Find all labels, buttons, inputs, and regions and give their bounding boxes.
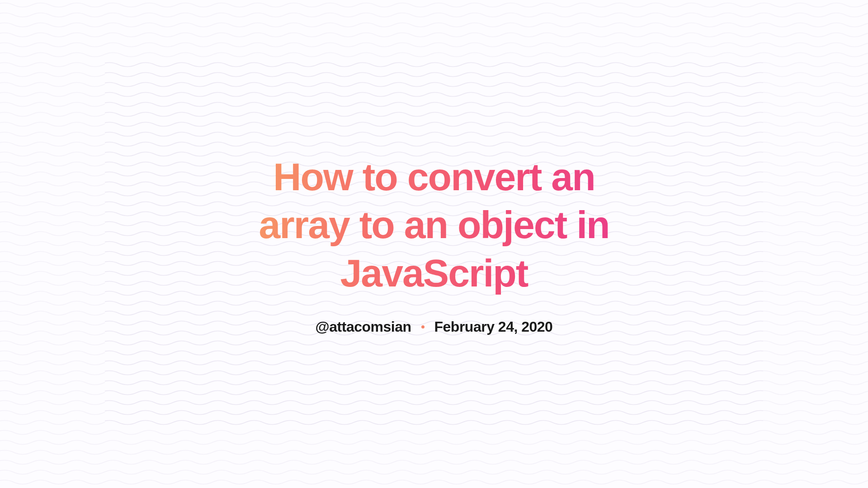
meta-separator-dot	[421, 325, 425, 328]
article-title: How to convert an array to an object in …	[231, 153, 637, 297]
article-meta: @attacomsian February 24, 2020	[231, 319, 637, 335]
author-handle: @attacomsian	[316, 319, 411, 335]
publish-date: February 24, 2020	[434, 319, 553, 335]
card-container: How to convert an array to an object in …	[105, 60, 763, 428]
content-wrapper: How to convert an array to an object in …	[203, 153, 665, 336]
